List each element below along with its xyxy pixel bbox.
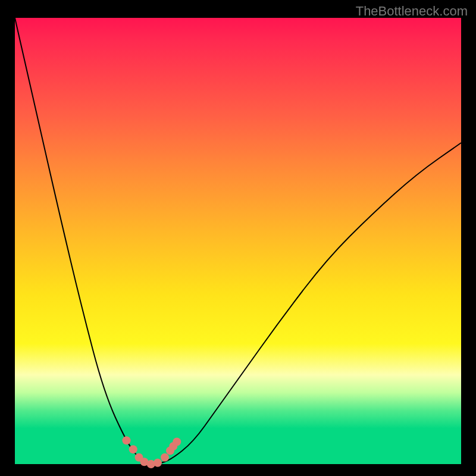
marker-dot [123,436,131,444]
plot-area [15,18,461,464]
marker-group [123,436,181,468]
marker-dot [154,459,162,467]
marker-dot [161,453,169,462]
marker-dot [129,445,137,453]
chart-stage: TheBottleneck.com [0,0,476,476]
curve-right [149,143,461,464]
curve-layer [15,18,461,464]
watermark-text: TheBottleneck.com [356,4,468,19]
curve-left [15,18,149,464]
marker-dot [173,438,181,446]
